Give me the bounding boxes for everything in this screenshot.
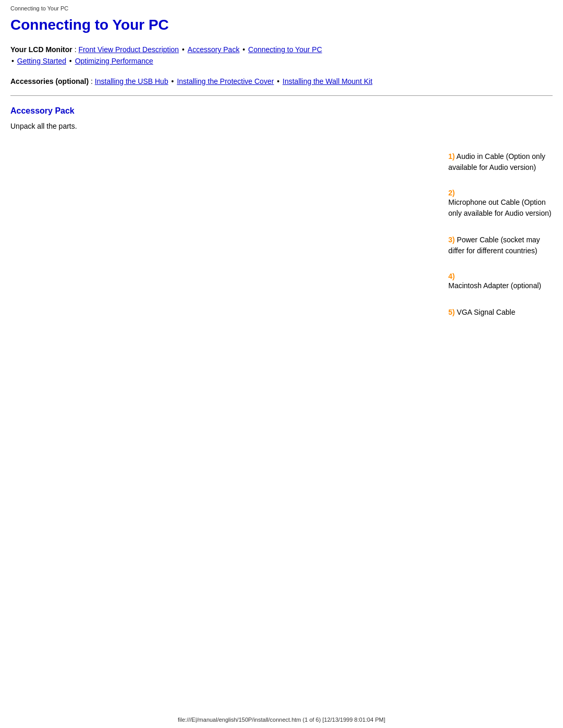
bullet-2: • bbox=[242, 45, 247, 54]
item-4-number: 4) bbox=[448, 272, 553, 280]
item-5: 5) VGA Signal Cable bbox=[448, 307, 553, 318]
item-2-description: Microphone out Cable (Option only availa… bbox=[448, 197, 553, 219]
bullet-4: • bbox=[69, 57, 74, 65]
bullet-3: • bbox=[11, 57, 16, 65]
nav-link-usb-hub[interactable]: Installing the USB Hub bbox=[95, 77, 168, 85]
nav-link-protective-cover[interactable]: Installing the Protective Cover bbox=[177, 77, 274, 85]
nav-link-connecting[interactable]: Connecting to Your PC bbox=[248, 45, 322, 54]
item-1-number: 1) bbox=[448, 152, 455, 161]
item-3: 3) Power Cable (socket may differ for di… bbox=[448, 235, 553, 256]
nav-acc-label: Accessories (optional) bbox=[10, 77, 89, 85]
nav-lcd-label: Your LCD Monitor bbox=[10, 45, 72, 54]
section-title: Accessory Pack bbox=[10, 106, 553, 116]
item-1-description: Audio in Cable (Option only available fo… bbox=[448, 152, 545, 171]
item-5-description: VGA Signal Cable bbox=[457, 308, 515, 316]
item-5-number: 5) bbox=[448, 308, 455, 316]
nav-lcd-section: Your LCD Monitor : Front View Product De… bbox=[10, 44, 553, 67]
item-2-number: 2) bbox=[448, 189, 553, 197]
item-3-number: 3) bbox=[448, 236, 455, 244]
left-image-area bbox=[10, 141, 448, 334]
nav-link-accessory-pack[interactable]: Accessory Pack bbox=[188, 45, 240, 54]
bullet-1: • bbox=[182, 45, 187, 54]
item-1: 1) Audio in Cable (Option only available… bbox=[448, 151, 553, 173]
browser-tab: Connecting to Your PC bbox=[10, 5, 553, 11]
divider bbox=[10, 95, 553, 96]
nav-link-getting-started[interactable]: Getting Started bbox=[17, 57, 66, 65]
items-list: 1) Audio in Cable (Option only available… bbox=[448, 141, 553, 334]
footer: file:///E|/manual/english/150P/install/c… bbox=[0, 717, 563, 723]
nav-link-optimizing[interactable]: Optimizing Performance bbox=[75, 57, 153, 65]
item-2: 2) Microphone out Cable (Option only ava… bbox=[448, 189, 553, 219]
item-4-description: Macintosh Adapter (optional) bbox=[448, 280, 553, 291]
bullet-6: • bbox=[277, 77, 282, 85]
nav-link-wall-mount[interactable]: Installing the Wall Mount Kit bbox=[283, 77, 372, 85]
content-area: 1) Audio in Cable (Option only available… bbox=[10, 141, 553, 334]
item-3-description: Power Cable (socket may differ for diffe… bbox=[448, 236, 540, 255]
page-title: Connecting to Your PC bbox=[10, 17, 553, 33]
nav-link-front-view[interactable]: Front View Product Description bbox=[78, 45, 179, 54]
item-4: 4) Macintosh Adapter (optional) bbox=[448, 272, 553, 291]
bullet-5: • bbox=[172, 77, 176, 85]
intro-text: Unpack all the parts. bbox=[10, 122, 553, 130]
nav-accessories-section: Accessories (optional) : Installing the … bbox=[10, 76, 553, 87]
